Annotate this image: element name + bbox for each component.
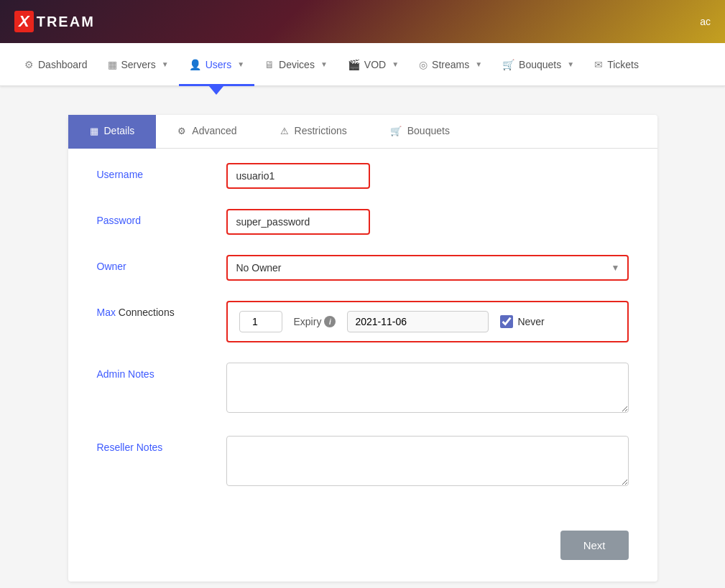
username-row: Username [97,163,629,189]
username-input[interactable] [226,163,370,189]
admin-notes-textarea[interactable] [226,363,629,413]
password-control-wrap [226,209,629,235]
reseller-notes-textarea[interactable] [226,436,629,486]
logo: X TREAM [14,11,95,32]
expiry-label: Expiry i [294,316,336,327]
streams-icon: ◎ [419,59,428,70]
logo-tream: TREAM [37,14,95,30]
password-row: Password [97,209,629,235]
nav-item-dashboard[interactable]: ⚙ Dashboard [14,43,98,86]
reseller-notes-wrap [226,436,629,489]
nav-item-devices[interactable]: 🖥 Devices ▼ [254,43,338,86]
never-label: Never [517,316,544,327]
nav-label-streams: Streams [432,59,469,70]
owner-row: Owner No Owner ▼ [97,255,629,281]
password-input[interactable] [226,209,370,235]
reseller-notes-row: Reseller Notes [97,436,629,489]
restrictions-tab-icon: ⚠ [280,126,289,136]
nav-label-bouquets: Bouquets [519,59,561,70]
tab-details-label: Details [104,125,135,136]
never-wrap: Never [500,315,544,328]
nav-item-servers[interactable]: ▦ Servers ▼ [98,43,179,86]
admin-notes-wrap [226,363,629,416]
owner-select[interactable]: No Owner [226,255,629,281]
devices-icon: 🖥 [264,59,274,70]
servers-icon: ▦ [108,59,117,70]
bouquets-icon: 🛒 [502,59,514,70]
tickets-icon: ✉ [594,59,603,70]
nav-label-dashboard: Dashboard [38,59,88,70]
streams-chevron-icon: ▼ [475,60,482,68]
username-label: Username [97,163,226,180]
dashboard-icon: ⚙ [24,59,34,70]
nav-item-streams[interactable]: ◎ Streams ▼ [409,43,492,86]
vod-chevron-icon: ▼ [392,60,399,68]
top-header: X TREAM ac [0,0,725,43]
admin-notes-label: Admin Notes [97,363,226,380]
users-icon: 👤 [189,59,201,70]
password-label: Password [97,209,226,226]
nav-item-tickets[interactable]: ✉ Tickets [584,43,649,86]
nav-label-vod: VOD [364,59,386,70]
max-connections-row: Max Connections Expiry i Ne [97,301,629,342]
admin-notes-row: Admin Notes [97,363,629,416]
never-checkbox[interactable] [500,315,513,328]
tab-bouquets[interactable]: 🛒 Bouquets [369,115,471,149]
nav-label-devices: Devices [279,59,315,70]
form-footer: Next [68,523,657,567]
expiry-info-icon: i [324,316,336,327]
header-user: ac [700,16,711,27]
users-chevron-icon: ▼ [237,60,244,68]
bouquets-tab-icon: 🛒 [390,126,402,136]
tab-restrictions-label: Restrictions [295,125,347,136]
main-panel: ▦ Details ⚙ Advanced ⚠ Restrictions 🛒 Bo… [68,115,657,582]
nav-label-users: Users [206,59,232,70]
reseller-notes-label: Reseller Notes [97,436,226,453]
bouquets-chevron-icon: ▼ [567,60,574,68]
owner-label: Owner [97,255,226,272]
expiry-date-input[interactable] [347,311,489,332]
servers-chevron-icon: ▼ [162,60,169,68]
nav-item-vod[interactable]: 🎬 VOD ▼ [338,43,409,86]
tab-restrictions[interactable]: ⚠ Restrictions [259,115,369,149]
owner-control-wrap: No Owner ▼ [226,255,629,281]
max-connections-label: Max Connections [97,301,226,318]
nav-item-bouquets[interactable]: 🛒 Bouquets ▼ [492,43,584,86]
tab-bouquets-label: Bouquets [407,125,450,136]
tab-advanced-label: Advanced [192,125,236,136]
max-connections-box: Expiry i Never [226,301,629,342]
advanced-tab-icon: ⚙ [177,126,186,136]
users-dropdown-arrow [209,86,223,95]
nav-label-tickets: Tickets [607,59,639,70]
tab-advanced[interactable]: ⚙ Advanced [156,115,258,149]
devices-chevron-icon: ▼ [320,60,328,68]
max-connections-wrap: Expiry i Never [226,301,629,342]
username-control-wrap [226,163,629,189]
nav-item-users[interactable]: 👤 Users ▼ [179,43,254,86]
tab-details[interactable]: ▦ Details [68,115,157,149]
form-body: Username Password Owner No Owner [68,149,657,523]
nav-bar: ⚙ Dashboard ▦ Servers ▼ 👤 Users ▼ 🖥 Devi… [0,43,725,86]
vod-icon: 🎬 [348,59,360,70]
tabs-bar: ▦ Details ⚙ Advanced ⚠ Restrictions 🛒 Bo… [68,115,657,149]
logo-x-icon: X [14,11,34,32]
next-button[interactable]: Next [560,531,629,560]
details-tab-icon: ▦ [90,126,98,136]
nav-label-servers: Servers [121,59,156,70]
max-connections-input[interactable] [239,311,282,332]
